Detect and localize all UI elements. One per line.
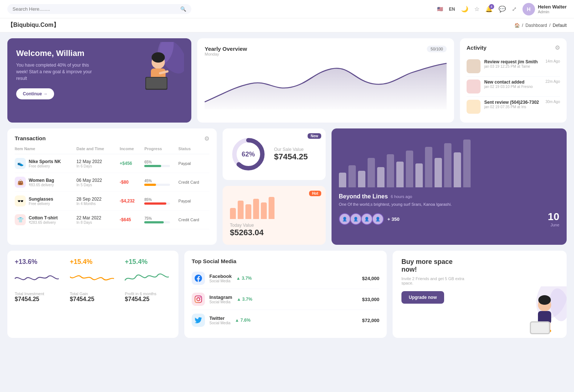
moon-icon[interactable]: 🌙	[461, 6, 468, 13]
activity-item: Sent review (504)236-7302 jan 02 19 07:3…	[467, 97, 560, 117]
activity-item-title: New contact added	[484, 80, 542, 85]
upgrade-button[interactable]: Upgrade now	[401, 291, 444, 304]
activity-item: New contact added jan 02 19 03:10 PM at …	[467, 77, 560, 97]
buy-illustration	[508, 286, 567, 338]
yearly-subtitle: Monday	[205, 52, 247, 56]
donut-label: 62%	[242, 151, 255, 158]
activity-item-time: 30m Ago	[546, 100, 560, 104]
transaction-title: Transaction	[15, 135, 46, 141]
beyond-day: 10	[548, 211, 559, 223]
social-growth: ▲ 3.7%	[236, 276, 252, 281]
breadcrumb-sep2: /	[549, 23, 550, 28]
stat-wave	[125, 269, 169, 288]
item-date-sub: In 4 Months	[77, 202, 120, 206]
item-status: Credit Card	[178, 180, 209, 184]
yearly-chart	[205, 61, 447, 109]
home-icon[interactable]: 🏠	[514, 23, 520, 28]
item-name-cell: 👟 Nike Sports NK Free delivery	[15, 158, 77, 169]
beyond-bar	[348, 165, 356, 187]
activity-header: Activity ⚙	[467, 44, 560, 51]
breadcrumb-default: Default	[553, 23, 567, 28]
user-role: Admin	[538, 10, 567, 14]
row-1: Welcome, William You have completed 40% …	[7, 38, 567, 123]
transaction-table-header: Item Name Date and Time Income Progress …	[15, 144, 209, 154]
star-icon[interactable]: ☆	[474, 6, 479, 13]
beyond-bar	[463, 140, 471, 187]
th-status: Status	[178, 146, 209, 151]
item-progress-cell: 75%	[144, 216, 178, 223]
transaction-settings-icon[interactable]: ⚙	[204, 135, 209, 142]
beyond-bar	[435, 158, 442, 187]
main-content: Welcome, William You have completed 40% …	[0, 32, 574, 344]
table-row: 👟 Nike Sports NK Free delivery 12 May 20…	[15, 154, 209, 173]
social-growth: ▲ 7.6%	[235, 318, 251, 323]
stat-wave	[15, 269, 59, 288]
stat-label: Total Gain	[70, 292, 116, 296]
activity-list: Review request jim Smith jan 03 19 12:25…	[467, 56, 560, 117]
activity-text: Sent review (504)236-7302 jan 02 19 07:3…	[484, 100, 542, 109]
today-bar	[253, 199, 259, 219]
row-3: +13.6% Total Investment $7454.25 +15.4% …	[7, 251, 567, 338]
social-name: Twitter	[209, 315, 230, 321]
row-2: Transaction ⚙ Item Name Date and Time In…	[7, 128, 567, 245]
item-icon: 👕	[15, 214, 26, 225]
yearly-title: Yearly Overview	[205, 46, 247, 52]
item-date: 12 May 2022	[77, 159, 120, 164]
notification-icon[interactable]: 🔔 4	[485, 6, 493, 13]
social-text: Instagram Social Media	[209, 294, 232, 304]
today-label: Today Value	[230, 223, 318, 228]
beyond-desc: One Of the world,s brightest, young surf…	[339, 202, 559, 206]
item-date-sub: In 6 Days	[77, 164, 120, 168]
stat-pct: +13.6%	[15, 258, 61, 266]
activity-thumb	[467, 100, 481, 114]
nav-icons: 🇺🇸 EN 🌙 ☆ 🔔 4 💬 ⤢ H Helen Walter Admin	[437, 3, 567, 15]
beyond-bar	[387, 154, 394, 187]
yearly-badge: 50/100	[427, 46, 447, 52]
social-growth: ▲ 3.7%	[237, 297, 252, 302]
social-name: Instagram	[209, 294, 232, 300]
item-date-cell: 12 May 2022 In 6 Days	[77, 159, 120, 168]
stat-item: +13.6% Total Investment $7454.25	[15, 258, 61, 303]
stat-value: $7454.25	[15, 296, 61, 303]
avatar-4: 👤	[372, 213, 384, 225]
social-amount: $33,000	[362, 297, 379, 302]
topnav: 🔍 🇺🇸 EN 🌙 ☆ 🔔 4 💬 ⤢ H Helen Walter Admin	[0, 0, 574, 18]
social-text: Twitter Social Media	[209, 315, 230, 325]
breadcrumb-dashboard[interactable]: Dashboard	[525, 23, 547, 28]
th-date: Date and Time	[77, 146, 120, 151]
item-icon: 👜	[15, 177, 26, 188]
th-item: Item Name	[15, 146, 77, 151]
search-input[interactable]	[13, 6, 177, 12]
social-amount: $24,000	[362, 276, 379, 281]
transaction-rows: 👟 Nike Sports NK Free delivery 12 May 20…	[15, 154, 209, 229]
search-bar[interactable]: 🔍	[7, 4, 191, 14]
item-date-sub: In 5 Days	[77, 183, 120, 187]
social-icon	[192, 314, 205, 327]
item-income: -$4,232	[120, 198, 144, 204]
expand-icon[interactable]: ⤢	[512, 6, 517, 13]
item-progress-cell: 65%	[144, 160, 178, 167]
beyond-bar	[425, 147, 432, 187]
yearly-header: Yearly Overview Monday 50/100	[205, 46, 447, 60]
stats-inner: +13.6% Total Investment $7454.25 +15.4% …	[15, 258, 171, 303]
stat-value: $7454.25	[125, 296, 171, 303]
beyond-bar	[444, 143, 451, 187]
lang-label[interactable]: EN	[449, 7, 455, 12]
welcome-card: Welcome, William You have completed 40% …	[7, 38, 191, 123]
item-date: 06 May 2022	[77, 178, 120, 183]
stats-card: +13.6% Total Investment $7454.25 +15.4% …	[7, 251, 178, 338]
activity-text: New contact added jan 02 19 03:10 PM at …	[484, 80, 542, 89]
item-status: Credit Card	[178, 218, 209, 222]
social-type: Social Media	[209, 279, 232, 283]
sale-badge-wrap: New	[308, 133, 321, 138]
chat-icon[interactable]: 💬	[499, 6, 506, 13]
social-text: Facebook Social Media	[209, 273, 232, 283]
continue-button[interactable]: Continue →	[16, 88, 54, 99]
stat-item: +15.4% Total Gain $7454.25	[70, 258, 116, 303]
notif-badge: 4	[489, 4, 494, 9]
item-name-cell: 👕 Cotton T-shirt ₹283.65 delivery	[15, 214, 77, 225]
item-status: Paypal	[178, 199, 209, 203]
donut-chart: 62%	[230, 136, 267, 173]
activity-settings-icon[interactable]: ⚙	[555, 44, 560, 51]
beyond-bar	[396, 162, 404, 187]
